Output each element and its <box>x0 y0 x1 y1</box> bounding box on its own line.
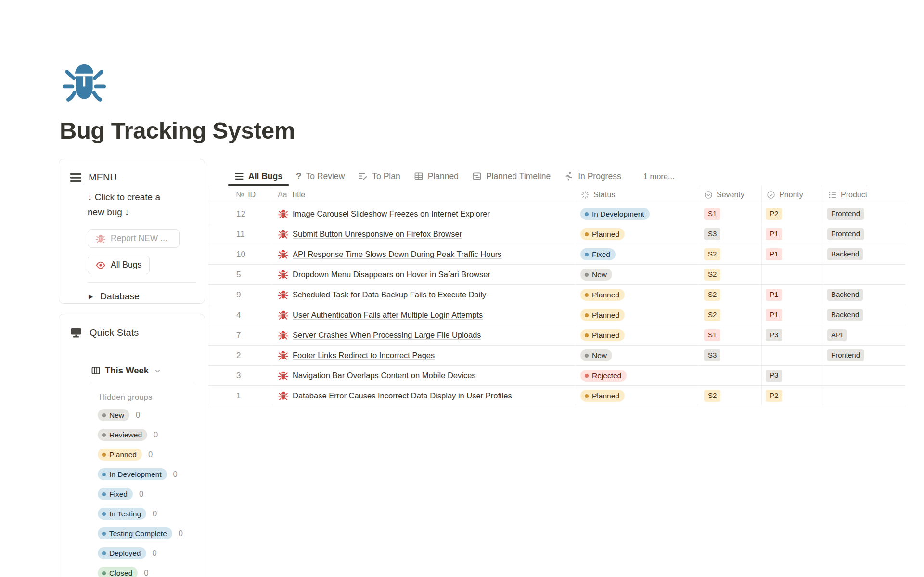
table-cell[interactable]: S2 <box>698 305 762 325</box>
table-cell[interactable]: P3 <box>762 366 823 386</box>
row-title-cell[interactable]: Database Error Causes Incorrect Data Dis… <box>272 386 576 406</box>
column-header-title[interactable]: AaTitle <box>272 186 576 204</box>
bug-title-link[interactable]: Database Error Causes Incorrect Data Dis… <box>293 391 512 400</box>
table-cell[interactable] <box>762 346 823 366</box>
row-title-cell[interactable]: Footer Links Redirect to Incorrect Pages <box>272 346 576 366</box>
tab-planned[interactable]: Planned <box>414 167 459 186</box>
tag[interactable]: P1 <box>766 289 782 301</box>
table-cell[interactable]: S2 <box>698 386 762 406</box>
table-cell[interactable]: Backend <box>823 305 905 325</box>
tag[interactable]: Frontend <box>827 349 864 361</box>
tag[interactable]: P1 <box>766 309 782 321</box>
row-id-cell[interactable]: 12 <box>208 204 272 224</box>
group-pill[interactable]: Deployed <box>98 547 146 560</box>
status-pill[interactable]: New <box>580 349 612 362</box>
triangle-right-icon[interactable]: ▶ <box>89 293 93 300</box>
column-header-priority[interactable]: Priority <box>762 186 823 204</box>
tag[interactable]: Frontend <box>827 208 864 220</box>
tag[interactable]: P2 <box>766 390 782 402</box>
group-pill[interactable]: Reviewed <box>98 429 147 441</box>
table-cell[interactable]: Backend <box>823 244 905 265</box>
tab-all-bugs[interactable]: All Bugs <box>234 167 282 186</box>
more-tabs-button[interactable]: 1 more... <box>643 172 675 181</box>
table-cell[interactable]: Frontend <box>823 224 905 244</box>
status-pill[interactable]: Planned <box>580 329 625 342</box>
view-selector-this-week[interactable]: This Week <box>91 365 194 376</box>
bug-title-link[interactable]: Dropdown Menu Disappears on Hover in Saf… <box>293 270 490 279</box>
group-pill[interactable]: Fixed <box>98 488 133 500</box>
row-id-cell[interactable]: 10 <box>208 244 272 265</box>
tag[interactable]: S1 <box>704 208 720 220</box>
status-pill[interactable]: New <box>580 269 612 281</box>
column-header-status[interactable]: Status <box>576 186 698 204</box>
table-cell[interactable]: Planned <box>576 305 698 325</box>
bug-title-link[interactable]: API Response Time Slows Down During Peak… <box>293 250 501 259</box>
table-cell[interactable] <box>762 265 823 285</box>
table-cell[interactable]: P1 <box>762 244 823 265</box>
tag[interactable]: S3 <box>704 228 720 240</box>
tag[interactable]: S1 <box>704 329 720 341</box>
group-pill[interactable]: In Development <box>98 468 167 481</box>
group-pill[interactable]: Testing Complete <box>98 527 172 540</box>
table-cell[interactable] <box>823 265 905 285</box>
table-cell[interactable]: New <box>576 346 698 366</box>
row-id-cell[interactable]: 4 <box>208 305 272 325</box>
status-pill[interactable]: Planned <box>580 289 625 301</box>
bug-title-link[interactable]: Image Carousel Slideshow Freezes on Inte… <box>293 209 490 218</box>
row-title-cell[interactable]: Navigation Bar Overlaps Content on Mobil… <box>272 366 576 386</box>
table-cell[interactable]: S3 <box>698 224 762 244</box>
status-pill[interactable]: Planned <box>580 390 625 402</box>
row-title-cell[interactable]: API Response Time Slows Down During Peak… <box>272 244 576 265</box>
table-cell[interactable]: P1 <box>762 224 823 244</box>
tag[interactable]: Backend <box>827 289 863 301</box>
tag[interactable]: Frontend <box>827 228 864 240</box>
tag[interactable]: P1 <box>766 228 782 240</box>
row-title-cell[interactable]: Server Crashes When Processing Large Fil… <box>272 325 576 346</box>
status-pill[interactable]: In Development <box>580 208 650 220</box>
tag[interactable]: P3 <box>766 329 782 341</box>
table-cell[interactable]: S2 <box>698 265 762 285</box>
table-cell[interactable] <box>823 366 905 386</box>
tab-in-progress[interactable]: In Progress <box>564 167 621 186</box>
table-cell[interactable]: S3 <box>698 346 762 366</box>
table-cell[interactable]: P1 <box>762 285 823 305</box>
tab-planned-timeline[interactable]: Planned Timeline <box>472 167 551 186</box>
table-cell[interactable]: Planned <box>576 224 698 244</box>
bug-title-link[interactable]: Navigation Bar Overlaps Content on Mobil… <box>293 371 476 380</box>
tag[interactable]: S2 <box>704 248 720 260</box>
table-cell[interactable]: S2 <box>698 285 762 305</box>
table-cell[interactable]: Frontend <box>823 346 905 366</box>
table-cell[interactable]: Fixed <box>576 244 698 265</box>
group-pill[interactable]: Planned <box>98 449 142 461</box>
group-pill[interactable]: New <box>98 409 129 422</box>
table-cell[interactable]: P1 <box>762 305 823 325</box>
bug-title-link[interactable]: Submit Button Unresponsive on Firefox Br… <box>293 230 462 239</box>
database-toggle[interactable]: ▶ Database <box>89 291 194 302</box>
tag[interactable]: S2 <box>704 309 720 321</box>
tag[interactable]: API <box>827 329 847 341</box>
group-pill[interactable]: In Testing <box>98 508 146 520</box>
row-id-cell[interactable]: 7 <box>208 325 272 346</box>
tag[interactable]: P2 <box>766 208 782 220</box>
table-cell[interactable]: S1 <box>698 325 762 346</box>
row-id-cell[interactable]: 5 <box>208 265 272 285</box>
bug-title-link[interactable]: Scheduled Task for Data Backup Fails to … <box>293 290 486 299</box>
tab-to-plan[interactable]: To Plan <box>358 167 400 186</box>
tag[interactable]: S3 <box>704 349 720 361</box>
row-id-cell[interactable]: 2 <box>208 346 272 366</box>
column-header-severity[interactable]: Severity <box>698 186 762 204</box>
table-cell[interactable]: Rejected <box>576 366 698 386</box>
table-cell[interactable] <box>823 386 905 406</box>
table-cell[interactable]: P2 <box>762 204 823 224</box>
table-cell[interactable]: Planned <box>576 386 698 406</box>
table-cell[interactable]: Planned <box>576 285 698 305</box>
row-id-cell[interactable]: 3 <box>208 366 272 386</box>
row-title-cell[interactable]: User Authentication Fails after Multiple… <box>272 305 576 325</box>
column-header-product[interactable]: Product <box>823 186 905 204</box>
row-title-cell[interactable]: Scheduled Task for Data Backup Fails to … <box>272 285 576 305</box>
table-cell[interactable]: Planned <box>576 325 698 346</box>
row-title-cell[interactable]: Image Carousel Slideshow Freezes on Inte… <box>272 204 576 224</box>
tag[interactable]: Backend <box>827 248 863 260</box>
group-pill[interactable]: Closed <box>98 567 138 577</box>
status-pill[interactable]: Planned <box>580 309 625 321</box>
